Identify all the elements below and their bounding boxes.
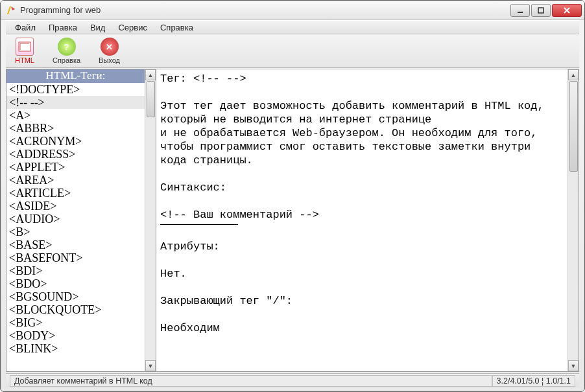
sidebar-scrollbar[interactable]: ▲ ▼ (145, 69, 156, 371)
tag-list-item[interactable]: <ARTICLE> (6, 187, 145, 200)
status-left: Добавляет комментарий в HTML код (10, 375, 492, 387)
app-icon (6, 5, 16, 16)
tag-list-item[interactable]: <BASE> (6, 238, 145, 251)
tag-list-item[interactable]: <AUDIO> (6, 213, 145, 225)
help-icon: ? (58, 38, 76, 56)
menu-edit[interactable]: Правка (43, 21, 82, 34)
window-controls (510, 4, 582, 17)
detail-syntax-value: <!-- Ваш комментарий --> (160, 209, 319, 221)
scroll-up-icon[interactable]: ▲ (568, 69, 579, 80)
window-title: Programming for web (20, 5, 510, 15)
scroll-thumb[interactable] (569, 81, 578, 172)
tag-list-item[interactable]: <BIG> (6, 316, 145, 329)
tag-list-item[interactable]: <BASEFONT> (6, 251, 145, 264)
tag-list[interactable]: HTML-Теги: <!DOCTYPE><!-- --><A><ABBR><A… (6, 69, 145, 371)
scroll-down-icon[interactable]: ▼ (145, 360, 156, 371)
maximize-button[interactable] (531, 4, 551, 17)
menu-file[interactable]: Файл (10, 21, 41, 34)
html-icon (16, 38, 34, 56)
close-button[interactable] (552, 4, 582, 17)
menubar: Файл Правка Вид Сервис Справка (6, 20, 579, 34)
detail-scrollbar[interactable]: ▲ ▼ (567, 69, 579, 371)
tag-list-item[interactable]: <ASIDE> (6, 200, 145, 213)
menu-service[interactable]: Сервис (113, 21, 152, 34)
tag-list-item[interactable]: <ADDRESS> (6, 148, 145, 161)
toolbar-exit-button[interactable]: ✕ Выход (96, 36, 123, 65)
statusbar: Добавляет комментарий в HTML код 3.2/4.0… (6, 373, 579, 387)
toolbar-html-button[interactable]: HTML (12, 36, 37, 65)
content-area: HTML-Теги: <!DOCTYPE><!-- --><A><ABBR><A… (6, 68, 579, 372)
tag-list-item[interactable]: <B> (6, 225, 145, 238)
titlebar[interactable]: Programming for web (1, 1, 584, 20)
toolbar-exit-label: Выход (99, 56, 120, 64)
detail-desc-2: и не обрабатывается Web-браузером. Он не… (160, 127, 544, 167)
scroll-thumb[interactable] (147, 81, 155, 117)
sidebar: HTML-Теги: <!DOCTYPE><!-- --><A><ABBR><A… (6, 69, 156, 372)
detail-attrs-value: Нет. (160, 268, 187, 280)
toolbar-help-label: Справка (53, 56, 80, 64)
svg-rect-1 (538, 8, 543, 13)
tag-list-item[interactable]: <APPLET> (6, 161, 145, 174)
tag-list-header: HTML-Теги: (6, 69, 145, 83)
tag-list-item[interactable]: <ACRONYM> (6, 135, 145, 148)
tag-list-item[interactable]: <BLOCKQUOTE> (6, 303, 145, 316)
tag-list-item[interactable]: <!DOCTYPE> (6, 83, 145, 96)
detail-desc-1: Этот тег дает возможность добавить комме… (160, 100, 551, 126)
tag-list-item[interactable]: <BODY> (6, 329, 145, 342)
tag-list-item[interactable]: <AREA> (6, 174, 145, 187)
tag-list-item[interactable]: <BGSOUND> (6, 290, 145, 303)
tag-list-item[interactable]: <A> (6, 109, 145, 122)
toolbar: HTML ? Справка ✕ Выход (6, 34, 579, 68)
detail-syntax-label: Синтаксис: (160, 181, 226, 194)
scroll-up-icon[interactable]: ▲ (145, 69, 156, 80)
tag-list-item[interactable]: <BDO> (6, 277, 145, 290)
menu-help[interactable]: Справка (155, 21, 198, 34)
tag-list-item[interactable]: <ABBR> (6, 122, 145, 135)
detail-pane: Тег: <!-- --> Этот тег дает возможность … (156, 69, 579, 372)
detail-text[interactable]: Тег: <!-- --> Этот тег дает возможность … (156, 69, 567, 371)
detail-closing-label: Закрывающий тег "/": (160, 295, 292, 307)
toolbar-html-label: HTML (15, 56, 34, 64)
app-window: Programming for web Файл Правка Вид Серв… (0, 0, 585, 392)
scroll-down-icon[interactable]: ▼ (568, 360, 579, 371)
detail-closing-value: Необходим (160, 322, 220, 334)
tag-list-item[interactable]: <BLINK> (6, 342, 145, 355)
tag-list-item[interactable]: <!-- --> (6, 96, 145, 109)
detail-tag-line: Тег: <!-- --> (160, 73, 246, 85)
status-right: 3.2/4.01/5.0 ¦ 1.0/1.1 (492, 375, 575, 387)
detail-attrs-label: Атрибуты: (160, 240, 220, 253)
exit-icon: ✕ (101, 38, 119, 56)
toolbar-help-button[interactable]: ? Справка (50, 36, 83, 65)
minimize-button[interactable] (510, 4, 530, 17)
menu-view[interactable]: Вид (85, 21, 111, 34)
tag-list-item[interactable]: <BDI> (6, 264, 145, 277)
detail-divider (160, 224, 238, 225)
